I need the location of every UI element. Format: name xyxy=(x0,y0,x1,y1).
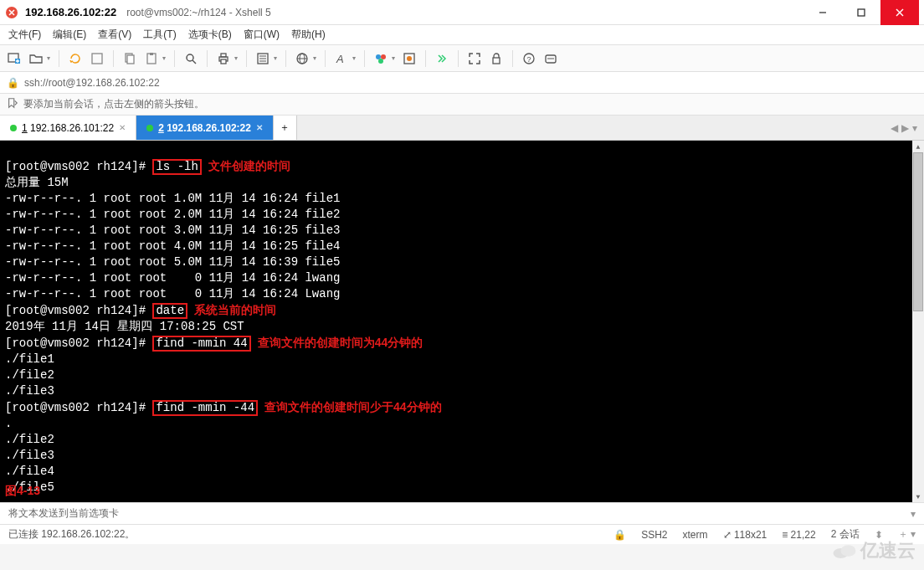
dropdown-icon[interactable]: ▾ xyxy=(234,54,238,62)
svg-point-27 xyxy=(378,59,383,64)
bookmark-arrow-icon[interactable] xyxy=(7,97,18,111)
compose-icon[interactable] xyxy=(542,49,560,68)
new-session-icon[interactable] xyxy=(5,49,23,68)
toolbar-separator xyxy=(59,50,59,67)
terminal-line: -rw-r--r--. 1 root root 4.0M 11月 14 16:2… xyxy=(5,239,340,253)
annotation: 系统当前的时间 xyxy=(194,303,276,316)
terminal-line: -rw-r--r--. 1 root root 3.0M 11月 14 16:2… xyxy=(5,223,340,237)
paste-icon[interactable] xyxy=(142,49,161,68)
close-button[interactable] xyxy=(880,0,919,25)
tab-close-icon[interactable]: ✕ xyxy=(256,123,263,132)
reconnect-icon[interactable] xyxy=(66,49,85,68)
print-icon[interactable] xyxy=(214,49,233,68)
tab-label: 2 192.168.26.102:22 xyxy=(158,122,251,134)
properties-icon[interactable] xyxy=(254,49,272,68)
dropdown-icon[interactable]: ▾ xyxy=(313,54,316,62)
annotation: 查询文件的创建时间少于44分钟的 xyxy=(264,400,442,413)
compose-hint[interactable]: 将文本发送到当前选项卡 xyxy=(8,506,911,521)
toolbar-separator xyxy=(113,50,114,67)
dropdown-icon[interactable]: ▾ xyxy=(47,54,50,62)
scroll-down-icon[interactable]: ▼ xyxy=(912,490,924,502)
toolbar-separator xyxy=(364,50,365,67)
help-icon[interactable]: ? xyxy=(520,49,538,68)
svg-point-26 xyxy=(381,54,386,59)
status-connected: 已连接 192.168.26.102:22。 xyxy=(8,527,598,542)
annotation: 文件创建的时间 xyxy=(208,159,290,172)
window-subtitle: root@vms002:~/rh124 - Xshell 5 xyxy=(126,7,803,18)
lock-icon[interactable] xyxy=(487,49,506,68)
toolbar-separator xyxy=(174,50,175,67)
figure-label: 图4-13 xyxy=(5,483,40,499)
svg-rect-7 xyxy=(92,54,102,64)
fullscreen-icon[interactable] xyxy=(465,49,484,68)
menu-window[interactable]: 窗口(W) xyxy=(244,28,280,42)
add-tab-button[interactable]: ＋ xyxy=(274,116,297,140)
cmd-find-44: find -mmin 44 xyxy=(152,336,250,352)
lock-small-icon: 🔒 xyxy=(7,77,19,89)
status-dot-icon xyxy=(146,125,153,131)
highlight-icon[interactable] xyxy=(400,49,418,68)
terminal-line: ./file2 xyxy=(5,433,54,446)
toolbar: ▾ ▾ ▾ ▾ ▾ A▾ ▾ ? xyxy=(0,45,924,72)
address-url[interactable]: ssh://root@192.168.26.102:22 xyxy=(24,77,917,89)
tab-prev-icon[interactable]: ◀ xyxy=(891,122,898,134)
svg-point-25 xyxy=(376,54,381,59)
compose-menu-icon[interactable]: ▾ xyxy=(911,508,916,520)
copy-icon[interactable] xyxy=(121,49,139,68)
dropdown-icon[interactable]: ▾ xyxy=(274,54,277,62)
menu-edit[interactable]: 编辑(E) xyxy=(53,28,86,42)
globe-icon[interactable] xyxy=(293,49,311,68)
font-icon[interactable]: A xyxy=(332,49,351,68)
svg-point-36 xyxy=(841,545,856,557)
session-tab-1[interactable]: 1 192.168.26.101:22 ✕ xyxy=(0,116,136,140)
status-pos: ≡ 21,22 xyxy=(782,529,815,541)
svg-rect-11 xyxy=(150,53,153,55)
maximize-button[interactable] xyxy=(842,0,880,25)
svg-rect-2 xyxy=(858,9,865,16)
svg-point-12 xyxy=(187,54,193,61)
menu-tabs[interactable]: 选项卡(B) xyxy=(188,28,232,42)
menu-tools[interactable]: 工具(T) xyxy=(143,28,176,42)
color-icon[interactable] xyxy=(372,49,390,68)
terminal-line: -rw-r--r--. 1 root root 0 11月 14 16:24 l… xyxy=(5,271,340,285)
menu-file[interactable]: 文件(F) xyxy=(8,28,41,42)
svg-line-13 xyxy=(192,60,196,64)
menu-view[interactable]: 查看(V) xyxy=(98,28,131,42)
menubar: 文件(F) 编辑(E) 查看(V) 工具(T) 选项卡(B) 窗口(W) 帮助(… xyxy=(0,25,924,45)
tab-next-icon[interactable]: ▶ xyxy=(901,122,909,134)
toolbar-separator xyxy=(425,50,426,67)
terminal-line: -rw-r--r--. 1 root root 0 11月 14 16:24 L… xyxy=(5,287,340,300)
terminal-line: ./file1 xyxy=(5,352,54,366)
dropdown-icon[interactable]: ▾ xyxy=(392,54,395,62)
terminal-line: ./file4 xyxy=(5,465,54,478)
scrollbar-thumb[interactable] xyxy=(913,152,923,311)
toolbar-separator xyxy=(207,50,208,67)
status-lock-icon: 🔒 xyxy=(613,529,626,541)
svg-text:A: A xyxy=(336,53,344,65)
address-bar: 🔒 ssh://root@192.168.26.102:22 xyxy=(0,72,924,94)
info-tip: 要添加当前会话，点击左侧的箭头按钮。 xyxy=(23,97,204,111)
scroll-up-icon[interactable]: ▲ xyxy=(912,141,924,152)
terminal[interactable]: [root@vms002 rh124]# ls -lh文件创建的时间 总用量 1… xyxy=(0,141,924,502)
tab-close-icon[interactable]: ✕ xyxy=(119,123,126,132)
toolbar-separator xyxy=(325,50,326,67)
dropdown-icon[interactable]: ▾ xyxy=(162,54,166,62)
open-session-icon[interactable] xyxy=(27,49,45,68)
toolbar-separator xyxy=(458,50,459,67)
minimize-button[interactable] xyxy=(803,0,842,25)
terminal-line: -rw-r--r--. 1 root root 1.0M 11月 14 16:2… xyxy=(5,192,340,205)
svg-rect-30 xyxy=(493,58,500,64)
dropdown-icon[interactable]: ▾ xyxy=(352,54,356,62)
status-size: ⤢ 118x21 xyxy=(723,529,767,541)
disconnect-icon[interactable] xyxy=(88,49,106,68)
transfer-icon[interactable] xyxy=(433,49,451,68)
terminal-scrollbar[interactable]: ▲ ▼ xyxy=(912,141,924,502)
cmd-date: date xyxy=(152,303,187,319)
toolbar-separator xyxy=(246,50,247,67)
search-icon[interactable] xyxy=(182,49,200,68)
menu-help[interactable]: 帮助(H) xyxy=(291,28,326,42)
terminal-line: . xyxy=(5,417,12,430)
tab-list-icon[interactable]: ▾ xyxy=(912,122,917,134)
session-tab-2[interactable]: 2 192.168.26.102:22 ✕ xyxy=(136,116,274,140)
svg-point-29 xyxy=(407,56,412,61)
